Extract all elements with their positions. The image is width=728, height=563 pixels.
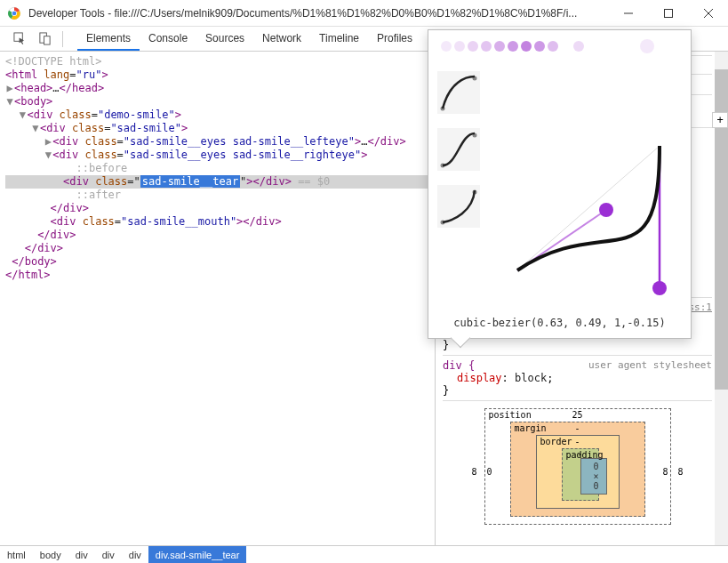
divider [62,31,63,47]
preset-ease-out[interactable] [437,71,480,114]
dom-doctype[interactable]: <!DOCTYPE html> [5,55,435,68]
tab-profiles[interactable]: Profiles [368,27,421,51]
tab-elements[interactable]: Elements [77,27,140,51]
window-titlebar: Developer Tools - file:///C:/Users/melni… [0,0,728,27]
minimize-button[interactable] [608,0,648,27]
svg-point-3 [12,11,17,15]
device-icon[interactable] [32,27,57,52]
box-model[interactable]: position 25 margin - border - padding - … [484,408,671,525]
add-rule-button[interactable]: + [712,112,728,128]
tab-timeline[interactable]: Timeline [310,27,368,51]
preset-ease-in-out[interactable] [437,128,480,171]
user-agent-label: user agent stylesheet [588,359,712,371]
control-point-2[interactable] [652,281,667,295]
crumb-html[interactable]: html [0,546,33,564]
tab-sources[interactable]: Sources [196,27,253,51]
chrome-icon [7,6,21,20]
dom-selected-node[interactable]: <div class="sad-smile__tear"></div> == $… [5,175,435,189]
crumb-active[interactable]: div.sad-smile__tear [148,546,247,564]
close-button[interactable] [688,0,728,27]
tab-network[interactable]: Network [253,27,310,51]
svg-rect-10 [44,36,50,44]
svg-line-17 [517,146,660,270]
animation-preview [428,30,691,62]
crumb-body[interactable]: body [33,546,68,564]
maximize-button[interactable] [648,0,688,27]
crumb-div[interactable]: div [122,546,148,564]
dom-tree[interactable]: <!DOCTYPE html> <html lang="ru"> ▶<head>… [0,52,435,545]
crumb-div[interactable]: div [68,546,95,564]
control-point-1[interactable] [599,203,613,217]
inspect-icon[interactable] [7,27,32,52]
breadcrumb: html body div div div div.sad-smile__tea… [0,545,728,563]
bezier-editor-popup[interactable]: cubic-bezier(0.63, 0.49, 1,-0.15) [428,29,692,339]
tab-console[interactable]: Console [140,27,196,51]
preset-ease-in[interactable] [437,185,480,228]
bezier-value-label: cubic-bezier(0.63, 0.49, 1,-0.15) [428,317,691,329]
bezier-curve-editor[interactable] [508,84,673,297]
svg-rect-5 [664,9,672,17]
crumb-div[interactable]: div [95,546,122,564]
window-title: Developer Tools - file:///C:/Users/melni… [28,7,608,20]
panel-tabs: Elements Console Sources Network Timelin… [77,27,474,51]
bezier-presets [437,71,491,242]
